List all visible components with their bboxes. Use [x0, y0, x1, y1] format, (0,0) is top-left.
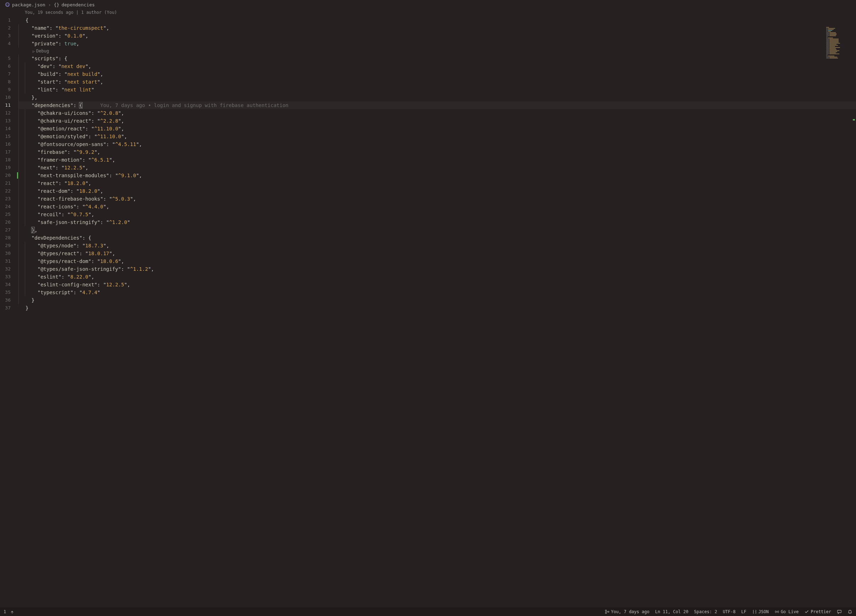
status-cursor-position[interactable]: Ln 11, Col 20 [655, 609, 688, 614]
status-bar: 1 You, 7 days ago Ln 11, Col 20 Spaces: … [0, 607, 856, 616]
svg-text:{}: {} [6, 3, 9, 6]
code-line[interactable]: "@types/node": "18.7.3", [18, 242, 856, 249]
overview-ruler[interactable] [851, 16, 856, 607]
code-line[interactable]: "version": "0.1.0", [18, 32, 856, 40]
code-line[interactable]: "build": "next build", [18, 70, 856, 78]
status-feedback-icon[interactable] [837, 609, 842, 614]
code-line[interactable]: "dependencies": { You, 7 days ago • logi… [18, 102, 856, 109]
json-file-icon: {} [5, 2, 10, 7]
code-line[interactable]: "devDependencies": { [18, 234, 856, 242]
code-line[interactable]: "scripts": { [18, 55, 856, 62]
code-line[interactable]: "private": true, [18, 40, 856, 48]
code-line[interactable]: "react": "18.2.0", [18, 179, 856, 187]
breadcrumbs[interactable]: {} package.json › {} dependencies [0, 0, 856, 9]
gitlens-authorship[interactable]: You, 19 seconds ago | 1 author (You) [0, 9, 856, 16]
editor[interactable]: 1 2 3 4 5 6 7 8 9 10 11 12 13 14 15 16 1… [0, 16, 856, 607]
status-go-live[interactable]: Go Live [774, 609, 799, 614]
status-errors[interactable]: 1 [3, 609, 6, 614]
breadcrumb-file[interactable]: package.json [12, 2, 45, 8]
breadcrumb-symbol[interactable]: dependencies [61, 2, 95, 8]
status-language[interactable]: JSON [752, 609, 769, 614]
code-line[interactable]: "react-dom": "18.2.0", [18, 187, 856, 195]
code-line[interactable]: "dev": "next dev", [18, 62, 856, 70]
code-line[interactable]: }, [18, 94, 856, 102]
code-line[interactable]: "start": "next start", [18, 78, 856, 86]
code-line[interactable]: "@fontsource/open-sans": "^4.5.11", [18, 140, 856, 148]
code-line[interactable]: } [18, 304, 856, 312]
code-line[interactable]: { [18, 16, 856, 24]
status-prettier[interactable]: Prettier [804, 609, 831, 614]
svg-point-5 [776, 611, 777, 613]
code-line[interactable]: "@types/react-dom": "18.0.6", [18, 257, 856, 265]
code-line[interactable]: "eslint-config-next": "12.2.5", [18, 281, 856, 288]
code-line[interactable]: "@chakra-ui/react": "^2.2.8", [18, 117, 856, 125]
code-line[interactable]: "@types/safe-json-stringify": "^1.1.2", [18, 265, 856, 273]
status-bell-icon[interactable] [847, 609, 853, 614]
status-eol[interactable]: LF [741, 609, 746, 614]
svg-point-3 [605, 613, 607, 614]
status-encoding[interactable]: UTF-8 [723, 609, 736, 614]
code-line[interactable]: "eslint": "8.22.0", [18, 273, 856, 281]
code-line[interactable]: "react-icons": "^4.4.0", [18, 203, 856, 211]
code-line[interactable]: "@types/react": "18.0.17", [18, 249, 856, 257]
svg-point-2 [605, 610, 607, 611]
svg-rect-6 [838, 610, 841, 613]
code-line[interactable]: "safe-json-stringify": "^1.2.0" [18, 218, 856, 226]
code-line[interactable]: "firebase": "^9.9.2", [18, 148, 856, 156]
code-line[interactable]: "react-firebase-hooks": "^5.0.3", [18, 195, 856, 203]
code-line[interactable]: "recoil": "^0.7.5", [18, 211, 856, 218]
code-content[interactable]: { "name": "the-circumspect", "version": … [18, 16, 856, 607]
codelens-debug[interactable]: ▷Debug [18, 48, 856, 55]
code-line[interactable]: "lint": "next lint" [18, 86, 856, 94]
code-line[interactable]: "name": "the-circumspect", [18, 24, 856, 32]
code-line[interactable]: "@emotion/styled": "^11.10.0", [18, 132, 856, 140]
code-line[interactable]: "typescript": "4.7.4" [18, 288, 856, 296]
code-line[interactable]: "@emotion/react": "^11.10.0", [18, 125, 856, 132]
code-line[interactable]: "@chakra-ui/icons": "^2.0.8", [18, 109, 856, 117]
status-indent[interactable]: Spaces: 2 [694, 609, 717, 614]
svg-point-4 [608, 611, 609, 613]
code-line[interactable]: } [18, 296, 856, 304]
code-line[interactable]: "framer-motion": "^6.5.1", [18, 156, 856, 164]
code-line[interactable]: "next": "12.2.5", [18, 164, 856, 171]
line-number-gutter: 1 2 3 4 5 6 7 8 9 10 11 12 13 14 15 16 1… [0, 16, 18, 607]
braces-icon: {} [54, 2, 60, 8]
status-git-blame[interactable]: You, 7 days ago [605, 609, 649, 614]
code-line[interactable]: "next-transpile-modules": "^9.1.0", [18, 171, 856, 179]
code-line[interactable]: }, [18, 226, 856, 234]
chevron-right-icon: › [48, 2, 51, 8]
status-remote-icon[interactable] [10, 609, 15, 614]
